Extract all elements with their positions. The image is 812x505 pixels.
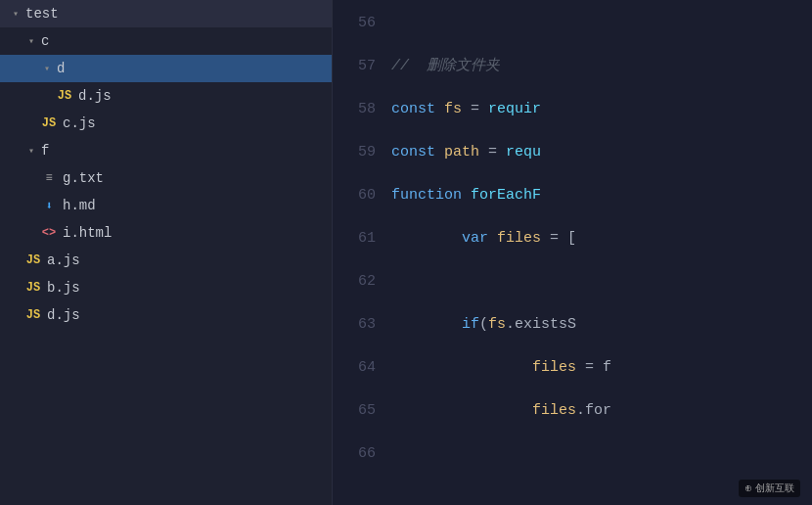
code-token: const — [391, 131, 444, 174]
file-label: h.md — [63, 198, 96, 213]
file-g-txt[interactable]: ≡ g.txt — [0, 164, 332, 192]
watermark: ⊕ 创新互联 — [739, 480, 800, 497]
code-token: fs — [488, 303, 506, 346]
file-label: a.js — [47, 252, 80, 268]
line-num: 64 — [358, 346, 376, 390]
file-c-js[interactable]: JS c.js — [0, 110, 332, 137]
code-token: var — [462, 217, 497, 260]
file-explorer: ▾ test ▾ c ▾ d JS d.js JS c.js ▾ f ≡ g.t… — [0, 0, 333, 505]
code-line-61: var files = [ — [391, 217, 812, 260]
code-token: path — [444, 131, 479, 174]
folder-test[interactable]: ▾ test — [0, 0, 332, 27]
code-token: forEachF — [471, 174, 541, 217]
chevron-icon: ▾ — [8, 8, 23, 20]
code-line-58: const fs = requir — [391, 88, 812, 131]
line-num: 60 — [358, 174, 376, 217]
file-b-js[interactable]: JS b.js — [0, 274, 332, 301]
folder-label: c — [41, 33, 49, 49]
code-line-59: const path = requ — [391, 131, 812, 174]
code-token: = f — [576, 346, 611, 390]
code-token: // 删除文件夹 — [391, 45, 500, 88]
code-token: const — [391, 88, 444, 131]
code-token: files — [532, 346, 576, 390]
js-icon: JS — [55, 89, 74, 103]
code-editor: 56 57 58 59 60 61 62 63 64 65 66 // 删除文件… — [333, 0, 812, 505]
file-label: d.js — [78, 88, 112, 104]
code-token: ( — [479, 303, 488, 346]
code-token — [391, 346, 532, 390]
file-d-js-inner[interactable]: JS d.js — [0, 82, 332, 110]
folder-c[interactable]: ▾ c — [0, 27, 332, 55]
code-token: = — [462, 88, 488, 131]
line-num: 59 — [358, 131, 376, 174]
code-token: fs — [444, 88, 462, 131]
js-icon: JS — [23, 308, 43, 322]
js-icon: JS — [23, 253, 43, 267]
code-token: function — [391, 174, 471, 217]
code-line-57: // 删除文件夹 — [391, 45, 812, 88]
txt-icon: ≡ — [39, 171, 59, 185]
code-line-56 — [391, 2, 812, 45]
code-token — [391, 303, 462, 346]
code-token — [391, 217, 462, 260]
watermark-text: ⊕ 创新互联 — [744, 482, 794, 493]
code-line-66 — [391, 433, 812, 476]
code-token — [391, 390, 532, 433]
code-lines[interactable]: // 删除文件夹 const fs = requir const path = … — [391, 0, 812, 505]
folder-label: f — [41, 143, 49, 159]
file-label: i.html — [63, 225, 112, 241]
file-d-js[interactable]: JS d.js — [0, 301, 332, 329]
line-num: 57 — [358, 45, 376, 88]
folder-label: d — [57, 61, 65, 76]
code-token: files — [532, 390, 576, 433]
code-line-63: if ( fs .existsS — [391, 303, 812, 346]
js-icon: JS — [23, 281, 43, 295]
file-label: g.txt — [63, 170, 104, 186]
code-line-65: files .for — [391, 390, 812, 433]
code-token: files — [497, 217, 541, 260]
code-token: requ — [506, 131, 541, 174]
line-num: 61 — [358, 217, 376, 260]
md-icon: ⬇ — [39, 199, 59, 213]
file-h-md[interactable]: ⬇ h.md — [0, 192, 332, 219]
code-token: if — [462, 303, 479, 346]
line-num: 58 — [358, 88, 376, 131]
folder-label: test — [25, 6, 59, 22]
file-i-html[interactable]: <> i.html — [0, 219, 332, 247]
code-token: requir — [488, 88, 541, 131]
file-a-js[interactable]: JS a.js — [0, 247, 332, 274]
code-token: .for — [576, 390, 611, 433]
folder-f[interactable]: ▾ f — [0, 137, 332, 164]
code-token: = — [479, 131, 506, 174]
code-token: .existsS — [506, 303, 576, 346]
folder-d[interactable]: ▾ d — [0, 55, 332, 82]
line-num: 63 — [358, 303, 376, 346]
code-line-64: files = f — [391, 346, 812, 390]
js-icon: JS — [39, 116, 59, 130]
html-icon: <> — [39, 226, 59, 240]
file-label: c.js — [63, 115, 96, 131]
line-num: 56 — [358, 2, 376, 45]
line-num: 66 — [358, 433, 376, 476]
code-line-60: function forEachF — [391, 174, 812, 217]
chevron-icon: ▾ — [23, 145, 39, 157]
file-label: d.js — [47, 307, 80, 323]
file-label: b.js — [47, 280, 80, 296]
chevron-icon: ▾ — [39, 63, 55, 74]
code-line-62 — [391, 260, 812, 303]
chevron-icon: ▾ — [23, 35, 39, 47]
line-num: 65 — [358, 390, 376, 433]
line-num: 62 — [358, 260, 376, 303]
line-numbers: 56 57 58 59 60 61 62 63 64 65 66 — [333, 0, 391, 505]
code-token: = [ — [541, 217, 576, 260]
